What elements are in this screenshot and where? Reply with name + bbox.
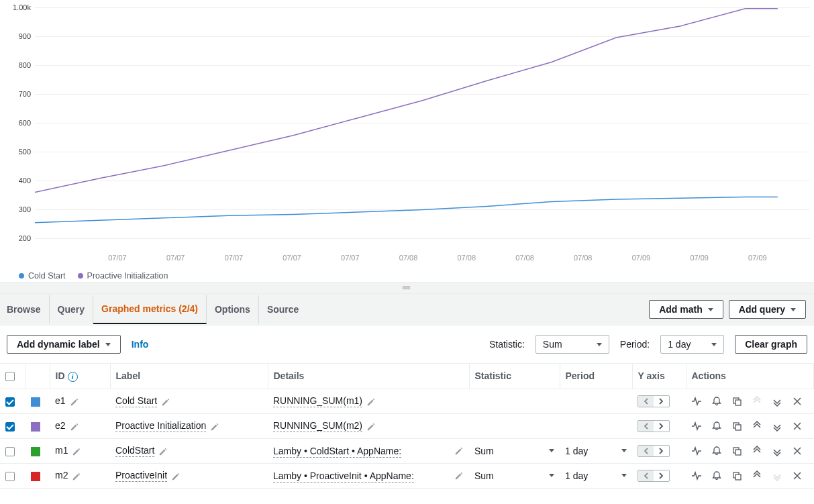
color-swatch[interactable] xyxy=(31,422,40,432)
row-checkbox[interactable] xyxy=(5,397,15,407)
row-label[interactable]: Cold Start xyxy=(115,395,157,407)
period-select[interactable]: 1 day xyxy=(660,335,724,354)
chevron-down-icon[interactable] xyxy=(621,474,627,477)
row-label[interactable]: ProactiveInit xyxy=(115,470,167,482)
action-duplicate-icon[interactable] xyxy=(731,446,742,456)
info-icon[interactable]: i xyxy=(68,372,78,382)
row-id: e1 xyxy=(55,395,66,406)
x-tick: 07/07 xyxy=(225,254,244,262)
row-label[interactable]: Proactive Initialization xyxy=(115,420,206,432)
action-duplicate-icon[interactable] xyxy=(731,421,742,432)
row-id: e2 xyxy=(55,420,66,431)
resize-handle-icon[interactable]: ═ xyxy=(0,282,814,293)
add-dynamic-label-button[interactable]: Add dynamic label xyxy=(7,335,121,354)
edit-icon[interactable] xyxy=(161,397,170,407)
yaxis-left[interactable] xyxy=(638,446,654,456)
action-alarm-icon[interactable] xyxy=(711,421,722,432)
row-details[interactable]: Lamby • ProactiveInit • AppName: xyxy=(273,470,414,483)
yaxis-left[interactable] xyxy=(638,396,654,407)
y-tick: 500 xyxy=(19,148,31,156)
color-swatch[interactable] xyxy=(31,447,40,456)
row-checkbox[interactable] xyxy=(5,447,15,456)
yaxis-toggle[interactable] xyxy=(638,445,670,457)
action-move-up-icon[interactable] xyxy=(752,446,762,456)
yaxis-toggle[interactable] xyxy=(638,395,670,407)
row-id: m2 xyxy=(55,470,68,481)
action-remove-icon[interactable] xyxy=(792,446,803,456)
y-tick: 800 xyxy=(19,61,31,69)
action-pulse-icon[interactable] xyxy=(691,446,702,456)
add-math-button[interactable]: Add math xyxy=(649,300,723,319)
row-checkbox[interactable] xyxy=(5,422,15,432)
chevron-down-icon[interactable] xyxy=(549,474,554,477)
chevron-down-icon[interactable] xyxy=(549,449,554,452)
yaxis-toggle[interactable] xyxy=(638,420,670,432)
action-move-up-icon xyxy=(752,396,762,407)
add-query-button[interactable]: Add query xyxy=(729,300,806,319)
x-tick: 07/07 xyxy=(166,254,185,262)
tab-query[interactable]: Query xyxy=(50,295,93,323)
statistic-select[interactable]: Sum xyxy=(536,335,609,354)
action-pulse-icon[interactable] xyxy=(691,396,702,407)
yaxis-right[interactable] xyxy=(654,396,669,407)
action-remove-icon[interactable] xyxy=(792,396,803,407)
table-row: e2Proactive InitializationRUNNING_SUM(m2… xyxy=(0,413,814,438)
yaxis-right[interactable] xyxy=(654,470,669,481)
action-alarm-icon[interactable] xyxy=(711,470,722,481)
edit-icon[interactable] xyxy=(366,422,376,432)
tab-source[interactable]: Source xyxy=(259,295,307,323)
row-checkbox[interactable] xyxy=(5,472,15,481)
yaxis-right[interactable] xyxy=(654,421,669,432)
chevron-down-icon xyxy=(711,343,717,346)
row-label[interactable]: ColdStart xyxy=(115,445,154,457)
yaxis-left[interactable] xyxy=(638,470,654,481)
tab-browse[interactable]: Browse xyxy=(7,295,50,323)
yaxis-right[interactable] xyxy=(654,446,669,456)
action-remove-icon[interactable] xyxy=(792,421,803,432)
info-link[interactable]: Info xyxy=(132,339,149,350)
yaxis-toggle[interactable] xyxy=(638,470,670,482)
tab-graphed-metrics[interactable]: Graphed metrics (2/4) xyxy=(93,295,207,324)
row-details[interactable]: RUNNING_SUM(m1) xyxy=(273,395,362,407)
chevron-down-icon[interactable] xyxy=(621,449,627,452)
legend-item[interactable]: Cold Start xyxy=(19,271,66,281)
color-swatch[interactable] xyxy=(31,472,40,481)
edit-icon[interactable] xyxy=(454,446,464,456)
edit-icon[interactable] xyxy=(158,447,168,456)
action-pulse-icon[interactable] xyxy=(691,470,702,481)
action-pulse-icon[interactable] xyxy=(691,421,702,432)
row-period: 1 day xyxy=(565,470,588,481)
edit-icon[interactable] xyxy=(72,472,81,481)
select-all-checkbox[interactable] xyxy=(5,372,15,381)
action-alarm-icon[interactable] xyxy=(711,446,722,456)
edit-icon[interactable] xyxy=(171,472,181,481)
action-alarm-icon[interactable] xyxy=(711,396,722,407)
edit-icon[interactable] xyxy=(454,471,464,481)
action-move-up-icon[interactable] xyxy=(752,470,762,481)
x-tick: 07/09 xyxy=(632,254,651,262)
edit-icon[interactable] xyxy=(210,422,219,432)
action-move-down-icon[interactable] xyxy=(772,446,782,456)
edit-icon[interactable] xyxy=(72,447,81,456)
row-id: m1 xyxy=(55,445,68,456)
action-move-down-icon xyxy=(772,470,782,481)
edit-icon[interactable] xyxy=(366,397,376,407)
clear-graph-button[interactable]: Clear graph xyxy=(735,335,807,354)
action-remove-icon[interactable] xyxy=(792,470,803,481)
row-details[interactable]: Lamby • ColdStart • AppName: xyxy=(273,446,401,458)
edit-icon[interactable] xyxy=(70,422,79,432)
row-details[interactable]: RUNNING_SUM(m2) xyxy=(273,420,362,432)
action-duplicate-icon[interactable] xyxy=(731,470,742,481)
action-move-down-icon[interactable] xyxy=(772,396,782,407)
x-tick: 07/08 xyxy=(399,254,418,262)
tabs-bar: Browse Query Graphed metrics (2/4) Optio… xyxy=(0,293,814,325)
color-swatch[interactable] xyxy=(31,397,40,407)
action-duplicate-icon[interactable] xyxy=(731,396,742,407)
edit-icon[interactable] xyxy=(70,397,79,407)
legend-item[interactable]: Proactive Initialization xyxy=(78,271,168,281)
tab-options[interactable]: Options xyxy=(207,295,259,323)
yaxis-left[interactable] xyxy=(638,421,654,432)
action-move-up-icon[interactable] xyxy=(752,421,762,432)
chevron-down-icon xyxy=(105,343,111,346)
action-move-down-icon[interactable] xyxy=(772,421,782,432)
